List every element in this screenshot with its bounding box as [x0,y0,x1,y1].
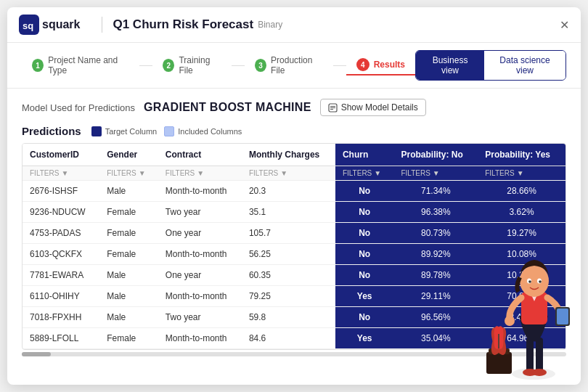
model-label: Model Used for Predictions [22,102,135,113]
cell-prob-yes: 28.66% [478,181,565,202]
header-divider [102,17,102,33]
cell-contract: One year [158,265,242,286]
close-button[interactable]: ✕ [560,18,569,32]
cell-contract: One year [158,223,242,244]
cell-gender: Male [99,307,158,328]
included-legend-item: Included Columns [164,126,242,136]
step-connector-3 [333,65,346,66]
step-2[interactable]: 2 Training File [152,52,232,78]
cell-customerid: 9236-NDUCW [23,202,99,223]
view-toggle: Business view Data science view [415,50,566,81]
table-row: 5889-LFOLL Female Month-to-month 84.6 Ye… [23,328,565,349]
cell-customerid: 4753-PADAS [23,223,99,244]
header: sq squark Q1 Churn Risk Forecast Binary … [7,7,581,43]
cell-prob-yes: 10.22% [478,265,565,286]
table-row: 6103-QCKFX Female Month-to-month 56.25 N… [23,244,565,265]
filter-prob-yes[interactable]: FILTERS ▼ [478,166,565,181]
step-3[interactable]: 3 Production File [245,52,333,78]
cell-monthly-charges: 79.25 [242,286,335,307]
cell-churn: No [335,307,394,328]
business-view-button[interactable]: Business view [416,51,484,80]
cell-prob-yes: 3.44% [478,307,565,328]
cell-prob-no: 35.04% [393,328,478,349]
cell-prob-no: 29.11% [393,286,478,307]
col-monthly-charges: Monthly Charges [242,144,335,166]
table-row: 7781-EWARA Male One year 60.35 No 89.78%… [23,265,565,286]
cell-contract: Two year [158,202,242,223]
details-icon [328,103,338,113]
datascience-view-button[interactable]: Data science view [484,51,565,80]
cell-prob-yes: 64.96% [478,328,565,349]
table-row: 2676-ISHSF Male Month-to-month 20.3 No 7… [23,181,565,202]
cell-monthly-charges: 105.7 [242,223,335,244]
cell-gender: Female [99,223,158,244]
cell-customerid: 2676-ISHSF [23,181,99,202]
cell-contract: Month-to-month [158,181,242,202]
cell-prob-no: 96.38% [393,202,478,223]
horizontal-scrollbar[interactable] [22,352,566,356]
step-1-num: 1 [32,59,44,72]
filter-churn[interactable]: FILTERS ▼ [335,166,394,181]
legend: Target Column Included Columns [91,126,242,136]
table-filter-row: FILTERS ▼ FILTERS ▼ FILTERS ▼ FILTERS ▼ [23,166,565,181]
filter-contract[interactable]: FILTERS ▼ [158,166,242,181]
step-1[interactable]: 1 Project Name and Type [22,52,139,78]
filter-monthly-charges[interactable]: FILTERS ▼ [242,166,335,181]
col-gender: Gender [99,144,158,166]
cell-churn: Yes [335,328,394,349]
window-title: Q1 Churn Risk Forecast [113,17,253,32]
cell-churn: No [335,223,394,244]
cell-monthly-charges: 20.3 [242,181,335,202]
col-prob-yes: Probability: Yes [478,144,565,166]
cell-prob-yes: 3.62% [478,202,565,223]
col-churn: Churn [335,144,394,166]
included-legend-box [164,126,174,136]
table-row: 7018-FPXHH Male Two year 59.8 No 96.56% … [23,307,565,328]
step-3-num: 3 [255,59,266,72]
cell-prob-yes: 10.08% [478,244,565,265]
cell-gender: Male [99,265,158,286]
cell-monthly-charges: 59.8 [242,307,335,328]
step-4-label: Results [374,60,405,70]
main-window: sq squark Q1 Churn Risk Forecast Binary … [7,7,581,385]
table-row: 6110-OHIHY Male Month-to-month 79.25 Yes… [23,286,565,307]
cell-customerid: 6110-OHIHY [23,286,99,307]
cell-monthly-charges: 35.1 [242,202,335,223]
cell-contract: Month-to-month [158,244,242,265]
step-1-label: Project Name and Type [48,55,129,75]
svg-text:sq: sq [23,20,33,31]
cell-prob-no: 71.34% [393,181,478,202]
cell-prob-yes: 70.89% [478,286,565,307]
cell-monthly-charges: 84.6 [242,328,335,349]
logo: sq squark [19,15,80,35]
predictions-table-wrapper[interactable]: CustomerID Gender Contract Monthly Charg… [22,143,566,350]
step-4[interactable]: 4 Results [346,55,415,75]
step-connector-2 [232,65,245,66]
show-details-label: Show Model Details [341,102,418,113]
cell-prob-no: 96.56% [393,307,478,328]
cell-gender: Female [99,244,158,265]
step-3-label: Production File [271,55,323,75]
predictions-header: Predictions Target Column Included Colum… [22,125,566,137]
step-2-num: 2 [163,59,174,72]
table-body: 2676-ISHSF Male Month-to-month 20.3 No 7… [23,181,565,349]
cell-customerid: 6103-QCKFX [23,244,99,265]
content-area: Model Used for Predictions GRADIENT BOOS… [7,89,581,385]
cell-contract: Two year [158,307,242,328]
filter-prob-no[interactable]: FILTERS ▼ [393,166,478,181]
step-connector-1 [139,65,152,66]
scrollbar-thumb[interactable] [22,352,51,356]
cell-gender: Female [99,202,158,223]
table-row: 9236-NDUCW Female Two year 35.1 No 96.38… [23,202,565,223]
step-4-num: 4 [356,58,369,71]
model-row: Model Used for Predictions GRADIENT BOOS… [22,99,566,116]
filter-customerid[interactable]: FILTERS ▼ [23,166,99,181]
show-model-details-button[interactable]: Show Model Details [320,99,426,116]
col-prob-no: Probability: No [393,144,478,166]
model-name: GRADIENT BOOST MACHINE [144,101,311,114]
filter-gender[interactable]: FILTERS ▼ [99,166,158,181]
included-legend-label: Included Columns [178,127,242,136]
cell-monthly-charges: 56.25 [242,244,335,265]
cell-customerid: 5889-LFOLL [23,328,99,349]
target-legend-label: Target Column [105,127,158,136]
